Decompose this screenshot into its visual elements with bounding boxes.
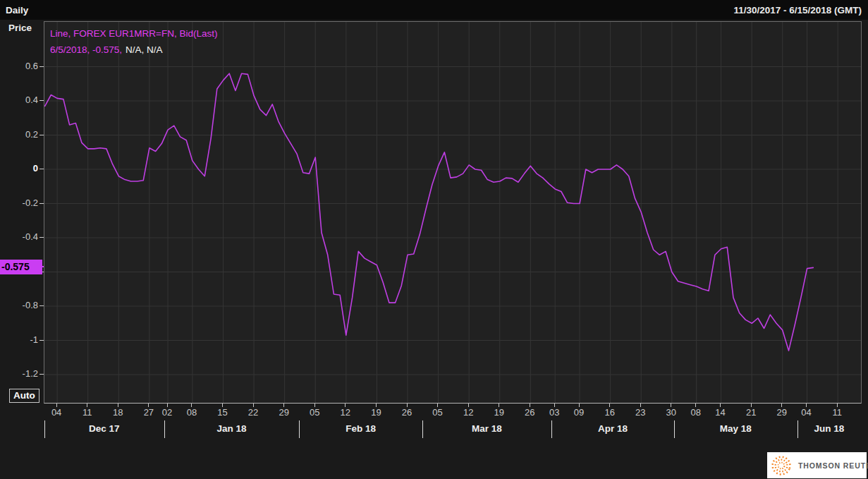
x-tick-label: 29 <box>273 407 295 418</box>
x-tick-label: 08 <box>685 407 707 418</box>
x-tick-label: 05 <box>427 407 449 418</box>
x-tick-label: 23 <box>629 407 652 418</box>
month-separator <box>44 420 45 438</box>
thomson-reuters-wordmark: THOMSON REUTERS <box>798 461 868 470</box>
x-tick-label: 04 <box>45 407 68 418</box>
x-tick-label: 16 <box>599 407 621 418</box>
chart-window: Daily 11/30/2017 - 6/15/2018 (GMT) Price… <box>0 0 868 479</box>
month-label: May 18 <box>686 423 785 435</box>
x-tick-label: 02 <box>156 407 178 418</box>
x-tick-label: 04 <box>795 407 818 418</box>
x-tick-label: 11 <box>826 407 848 418</box>
month-label: Jan 18 <box>183 423 281 435</box>
auto-scale-button[interactable]: Auto <box>9 389 39 403</box>
x-tick-label: 19 <box>488 407 511 418</box>
x-tick-label: 08 <box>181 407 203 418</box>
x-tick-label: 26 <box>396 407 418 418</box>
x-tick-label: 30 <box>660 407 683 418</box>
month-separator <box>164 420 165 438</box>
month-label: Jun 18 <box>780 423 868 435</box>
x-tick-label: 11 <box>76 407 99 418</box>
x-axis: 0411182702081522290512192605121926030916… <box>0 0 868 479</box>
thomson-reuters-logo: THOMSON REUTERS <box>767 452 867 478</box>
x-tick-label: 22 <box>242 407 264 418</box>
x-tick-label: 29 <box>771 407 793 418</box>
month-separator <box>299 420 300 438</box>
x-tick-label: 12 <box>457 407 479 418</box>
x-tick-label: 14 <box>709 407 732 418</box>
x-tick-label: 09 <box>568 407 590 418</box>
month-separator <box>674 420 675 438</box>
last-price-badge: -0.575 <box>0 260 42 274</box>
month-label: Dec 17 <box>55 423 154 435</box>
x-tick-label: 05 <box>303 407 326 418</box>
x-tick-label: 03 <box>543 407 566 418</box>
x-tick-label: 21 <box>740 407 762 418</box>
month-label: Mar 18 <box>437 423 536 435</box>
x-tick-label: 18 <box>106 407 129 418</box>
month-label: Feb 18 <box>312 423 410 435</box>
x-tick-label: 26 <box>518 407 541 418</box>
month-separator <box>551 420 552 438</box>
x-tick-label: 15 <box>211 407 233 418</box>
x-tick-label: 19 <box>365 407 387 418</box>
x-tick-label: 12 <box>334 407 357 418</box>
month-separator <box>422 420 423 438</box>
month-label: Apr 18 <box>563 423 662 435</box>
thomson-reuters-sunburst-icon <box>771 455 792 476</box>
